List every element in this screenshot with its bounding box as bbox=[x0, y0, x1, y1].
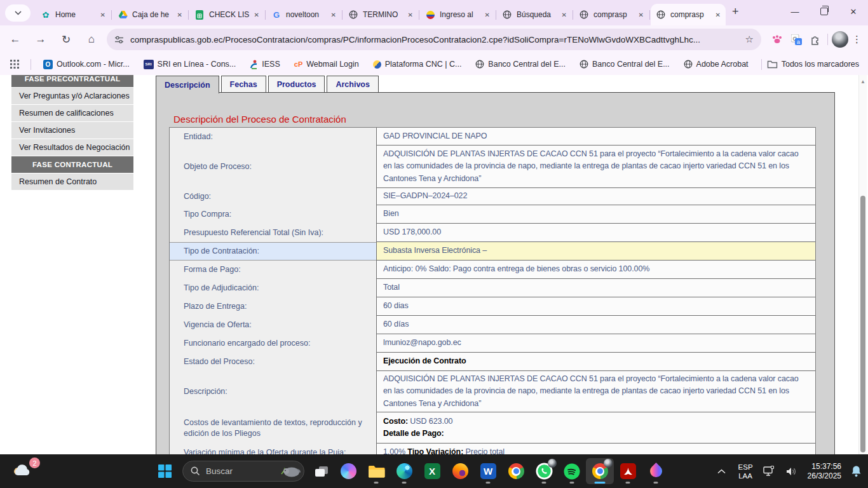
taskbar-app-edge[interactable] bbox=[390, 458, 418, 484]
taskbar-app-spotify[interactable] bbox=[558, 458, 586, 484]
tab-close-icon[interactable]: ✕ bbox=[177, 11, 182, 18]
bookmarks-list: OOutlook.com - Micr...SRISRI en Línea - … bbox=[36, 60, 756, 69]
sidebar-item[interactable]: Resumen de calificaciones bbox=[11, 105, 133, 121]
taskbar-app-file-explorer[interactable] bbox=[362, 458, 390, 484]
browser-tab[interactable]: Ingreso al✕ bbox=[420, 4, 495, 25]
forward-button[interactable]: → bbox=[31, 29, 51, 50]
close-button[interactable]: ✕ bbox=[839, 0, 868, 23]
bookmark-star-icon[interactable]: ☆ bbox=[745, 34, 754, 45]
start-button[interactable] bbox=[151, 459, 178, 484]
taskbar-app-chrome[interactable] bbox=[502, 458, 530, 484]
task-view-button[interactable] bbox=[309, 459, 334, 484]
tab-descripción[interactable]: Descripción bbox=[156, 76, 219, 93]
browser-tab[interactable]: ✿Home✕ bbox=[36, 4, 111, 25]
bookmark-item[interactable]: Adobe Acrobat bbox=[684, 60, 749, 69]
process-info-table: Entidad:GAD PROVINCIAL DE NAPOObjeto de … bbox=[169, 127, 816, 454]
browser-tab[interactable]: Gnoveltoon✕ bbox=[266, 4, 341, 25]
paw-extension-icon[interactable] bbox=[768, 30, 787, 49]
taskbar: 2 Buscar XW ESP LAA bbox=[0, 454, 868, 488]
running-indicator bbox=[374, 482, 379, 484]
taskbar-search[interactable]: Buscar bbox=[182, 461, 304, 482]
taskbar-app-acrobat[interactable] bbox=[614, 458, 642, 484]
browser-tab[interactable]: comprasp✕ bbox=[574, 4, 649, 25]
avatar-image bbox=[832, 31, 848, 48]
bookmark-item[interactable]: Plataforma CNC | C... bbox=[373, 60, 462, 69]
sidebar-item[interactable]: Resumen de Contrato bbox=[11, 173, 133, 190]
paint-icon bbox=[648, 463, 665, 480]
network-icon[interactable] bbox=[763, 466, 776, 477]
new-tab-button[interactable]: + bbox=[732, 5, 739, 18]
tab-close-icon[interactable]: ✕ bbox=[331, 11, 336, 18]
taskbar-app-firefox[interactable] bbox=[446, 458, 474, 484]
tab-close-icon[interactable]: ✕ bbox=[408, 11, 413, 18]
apps-grid-icon[interactable] bbox=[10, 60, 19, 69]
taskbar-app-paint[interactable] bbox=[642, 458, 670, 484]
tab-separator bbox=[188, 10, 189, 20]
browser-tab[interactable]: Búsqueda✕ bbox=[497, 4, 572, 25]
minimize-button[interactable]: — bbox=[780, 0, 810, 23]
tab-close-icon[interactable]: ✕ bbox=[254, 11, 259, 18]
browser-tab-strip: ✿Home✕Caja de he✕CHECK LIS✕Gnoveltoon✕TE… bbox=[0, 0, 868, 25]
tab-close-icon[interactable]: ✕ bbox=[639, 11, 644, 18]
sheets-icon bbox=[194, 10, 205, 20]
tab-separator bbox=[496, 10, 496, 20]
scrollbar-thumb[interactable] bbox=[860, 196, 865, 452]
tab-search-button[interactable] bbox=[5, 4, 31, 22]
reload-button[interactable]: ↻ bbox=[56, 29, 76, 50]
tab-productos[interactable]: Productos bbox=[268, 76, 325, 92]
scroll-up-icon[interactable]: ▲ bbox=[859, 79, 867, 85]
weather-widget[interactable]: 2 bbox=[11, 462, 38, 482]
browser-tab[interactable]: CHECK LIS✕ bbox=[189, 4, 264, 25]
back-button[interactable]: ← bbox=[5, 29, 25, 50]
profile-avatar[interactable] bbox=[831, 30, 850, 49]
table-row: Tipo Compra:Bien bbox=[170, 205, 815, 224]
bookmark-item[interactable]: cPWebmail Login bbox=[294, 60, 359, 69]
browser-menu-icon[interactable]: ⋮ bbox=[852, 34, 862, 45]
bookmark-item[interactable]: OOutlook.com - Micr... bbox=[43, 60, 130, 69]
taskbar-app-word[interactable]: W bbox=[474, 458, 502, 484]
globe-icon bbox=[502, 10, 512, 20]
browser-tab-active[interactable]: comprasp✕ bbox=[651, 4, 726, 25]
table-row: Tipo de Adjudicación:Total bbox=[170, 279, 815, 297]
sidebar-item[interactable]: Ver Resultados de Negociación bbox=[11, 139, 133, 156]
language-indicator[interactable]: ESP LAA bbox=[738, 463, 753, 480]
taskbar-app-copilot[interactable] bbox=[334, 458, 362, 484]
bookmark-item[interactable]: Banco Central del E... bbox=[580, 60, 670, 69]
translate-icon[interactable]: Ga bbox=[787, 30, 806, 49]
sidebar-item[interactable]: Ver Preguntas y/ó Aclaraciones bbox=[11, 88, 133, 104]
language-line1: ESP bbox=[738, 463, 753, 471]
hidden-icons-chevron[interactable] bbox=[717, 469, 726, 474]
table-row: Estado del Proceso:Ejecución de Contrato bbox=[170, 353, 815, 371]
tab-close-icon[interactable]: ✕ bbox=[715, 11, 721, 18]
all-bookmarks[interactable]: Todos los marcadores bbox=[756, 59, 859, 70]
taskbar-app-excel[interactable]: X bbox=[418, 458, 446, 484]
page-scrollbar[interactable]: ▲ bbox=[858, 75, 867, 454]
row-label: Forma de Pago: bbox=[170, 261, 376, 279]
sidebar-item[interactable]: Ver Invitaciones bbox=[11, 122, 133, 139]
bookmark-item[interactable]: SRISRI en Línea - Cons... bbox=[144, 60, 236, 69]
taskbar-apps: XW bbox=[334, 458, 670, 484]
home-button[interactable]: ⌂ bbox=[81, 29, 102, 50]
tab-close-icon[interactable]: ✕ bbox=[485, 11, 490, 18]
tab-close-icon[interactable]: ✕ bbox=[100, 11, 105, 18]
clock[interactable]: 15:37:56 26/3/2025 bbox=[808, 462, 841, 481]
taskbar-app-whatsapp[interactable] bbox=[530, 458, 558, 484]
tab-close-icon[interactable]: ✕ bbox=[562, 11, 567, 18]
taskbar-app-chrome-active[interactable] bbox=[586, 458, 614, 484]
site-settings-icon[interactable] bbox=[114, 36, 124, 44]
restore-button[interactable] bbox=[810, 0, 839, 23]
row-value: Ejecución de Contrato bbox=[376, 353, 815, 371]
extensions-puzzle-icon[interactable] bbox=[806, 30, 825, 49]
address-bar[interactable]: compraspublicas.gob.ec/ProcesoContrataci… bbox=[107, 29, 761, 50]
tab-fechas[interactable]: Fechas bbox=[221, 76, 266, 92]
bookmark-item[interactable]: IESS bbox=[250, 60, 280, 69]
browser-tab[interactable]: Caja de he✕ bbox=[112, 4, 187, 25]
row-label: Descripción: bbox=[170, 371, 376, 412]
notifications-bell-icon[interactable] bbox=[851, 465, 862, 477]
bookmark-item[interactable]: Banco Central del E... bbox=[475, 60, 566, 69]
tab-archivos[interactable]: Archivos bbox=[327, 76, 379, 92]
volume-icon[interactable] bbox=[785, 466, 797, 477]
google-icon: G bbox=[271, 10, 281, 20]
running-indicator bbox=[626, 482, 630, 484]
browser-tab[interactable]: TERMINO✕ bbox=[343, 4, 418, 25]
